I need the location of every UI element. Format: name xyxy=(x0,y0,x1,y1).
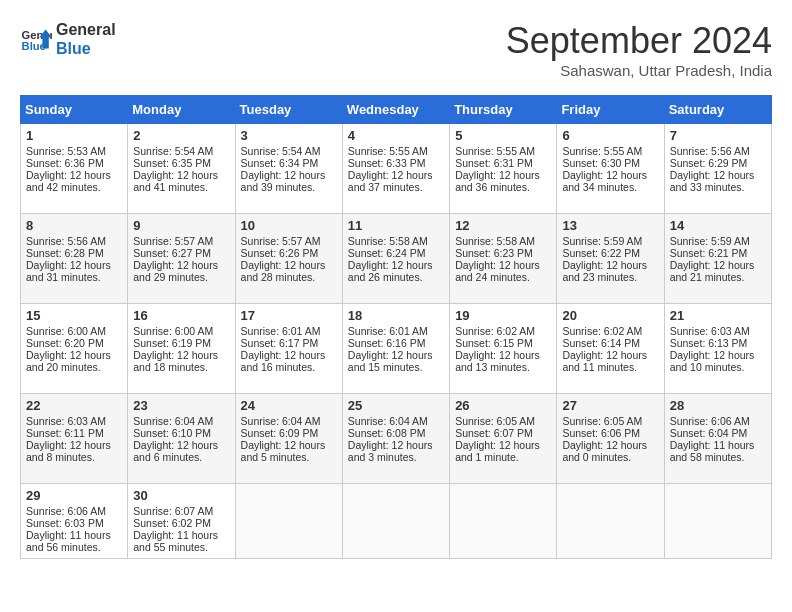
page-header: General Blue General Blue September 2024… xyxy=(20,20,772,79)
calendar-cell: 6 Sunrise: 5:55 AM Sunset: 6:30 PM Dayli… xyxy=(557,124,664,214)
calendar-cell: 18 Sunrise: 6:01 AM Sunset: 6:16 PM Dayl… xyxy=(342,304,449,394)
daylight-text: Daylight: 12 hours and 5 minutes. xyxy=(241,439,326,463)
calendar-header-row: SundayMondayTuesdayWednesdayThursdayFrid… xyxy=(21,96,772,124)
daylight-text: Daylight: 12 hours and 33 minutes. xyxy=(670,169,755,193)
sunset-text: Sunset: 6:02 PM xyxy=(133,517,211,529)
day-number: 20 xyxy=(562,308,658,323)
sunrise-text: Sunrise: 5:54 AM xyxy=(133,145,213,157)
calendar-cell: 30 Sunrise: 6:07 AM Sunset: 6:02 PM Dayl… xyxy=(128,484,235,559)
calendar-cell xyxy=(342,484,449,559)
sunset-text: Sunset: 6:24 PM xyxy=(348,247,426,259)
svg-text:Blue: Blue xyxy=(22,40,46,52)
sunrise-text: Sunrise: 5:55 AM xyxy=(348,145,428,157)
calendar-table: SundayMondayTuesdayWednesdayThursdayFrid… xyxy=(20,95,772,559)
sunset-text: Sunset: 6:04 PM xyxy=(670,427,748,439)
sunset-text: Sunset: 6:30 PM xyxy=(562,157,640,169)
sunset-text: Sunset: 6:07 PM xyxy=(455,427,533,439)
sunset-text: Sunset: 6:33 PM xyxy=(348,157,426,169)
day-number: 3 xyxy=(241,128,337,143)
sunrise-text: Sunrise: 5:57 AM xyxy=(133,235,213,247)
calendar-cell: 20 Sunrise: 6:02 AM Sunset: 6:14 PM Dayl… xyxy=(557,304,664,394)
daylight-text: Daylight: 12 hours and 29 minutes. xyxy=(133,259,218,283)
calendar-cell: 27 Sunrise: 6:05 AM Sunset: 6:06 PM Dayl… xyxy=(557,394,664,484)
location: Sahaswan, Uttar Pradesh, India xyxy=(506,62,772,79)
day-header-wednesday: Wednesday xyxy=(342,96,449,124)
daylight-text: Daylight: 12 hours and 24 minutes. xyxy=(455,259,540,283)
day-number: 21 xyxy=(670,308,766,323)
calendar-cell: 4 Sunrise: 5:55 AM Sunset: 6:33 PM Dayli… xyxy=(342,124,449,214)
calendar-cell: 24 Sunrise: 6:04 AM Sunset: 6:09 PM Dayl… xyxy=(235,394,342,484)
day-number: 28 xyxy=(670,398,766,413)
calendar-cell: 13 Sunrise: 5:59 AM Sunset: 6:22 PM Dayl… xyxy=(557,214,664,304)
sunset-text: Sunset: 6:16 PM xyxy=(348,337,426,349)
day-header-monday: Monday xyxy=(128,96,235,124)
day-number: 24 xyxy=(241,398,337,413)
day-number: 7 xyxy=(670,128,766,143)
day-number: 18 xyxy=(348,308,444,323)
sunrise-text: Sunrise: 5:56 AM xyxy=(670,145,750,157)
calendar-cell: 23 Sunrise: 6:04 AM Sunset: 6:10 PM Dayl… xyxy=(128,394,235,484)
sunrise-text: Sunrise: 6:04 AM xyxy=(133,415,213,427)
sunset-text: Sunset: 6:22 PM xyxy=(562,247,640,259)
daylight-text: Daylight: 12 hours and 18 minutes. xyxy=(133,349,218,373)
daylight-text: Daylight: 12 hours and 34 minutes. xyxy=(562,169,647,193)
daylight-text: Daylight: 12 hours and 21 minutes. xyxy=(670,259,755,283)
daylight-text: Daylight: 12 hours and 16 minutes. xyxy=(241,349,326,373)
daylight-text: Daylight: 12 hours and 23 minutes. xyxy=(562,259,647,283)
daylight-text: Daylight: 12 hours and 8 minutes. xyxy=(26,439,111,463)
title-block: September 2024 Sahaswan, Uttar Pradesh, … xyxy=(506,20,772,79)
logo-text: General Blue xyxy=(56,20,116,58)
daylight-text: Daylight: 12 hours and 3 minutes. xyxy=(348,439,433,463)
daylight-text: Daylight: 12 hours and 1 minute. xyxy=(455,439,540,463)
sunrise-text: Sunrise: 5:59 AM xyxy=(562,235,642,247)
calendar-week-row: 1 Sunrise: 5:53 AM Sunset: 6:36 PM Dayli… xyxy=(21,124,772,214)
sunset-text: Sunset: 6:31 PM xyxy=(455,157,533,169)
day-number: 25 xyxy=(348,398,444,413)
calendar-cell: 11 Sunrise: 5:58 AM Sunset: 6:24 PM Dayl… xyxy=(342,214,449,304)
calendar-cell: 7 Sunrise: 5:56 AM Sunset: 6:29 PM Dayli… xyxy=(664,124,771,214)
sunrise-text: Sunrise: 5:56 AM xyxy=(26,235,106,247)
day-header-friday: Friday xyxy=(557,96,664,124)
calendar-cell: 8 Sunrise: 5:56 AM Sunset: 6:28 PM Dayli… xyxy=(21,214,128,304)
calendar-cell xyxy=(664,484,771,559)
day-number: 17 xyxy=(241,308,337,323)
day-number: 19 xyxy=(455,308,551,323)
daylight-text: Daylight: 12 hours and 31 minutes. xyxy=(26,259,111,283)
sunset-text: Sunset: 6:14 PM xyxy=(562,337,640,349)
sunrise-text: Sunrise: 5:54 AM xyxy=(241,145,321,157)
calendar-cell: 28 Sunrise: 6:06 AM Sunset: 6:04 PM Dayl… xyxy=(664,394,771,484)
calendar-cell: 22 Sunrise: 6:03 AM Sunset: 6:11 PM Dayl… xyxy=(21,394,128,484)
sunrise-text: Sunrise: 5:57 AM xyxy=(241,235,321,247)
daylight-text: Daylight: 12 hours and 15 minutes. xyxy=(348,349,433,373)
sunset-text: Sunset: 6:27 PM xyxy=(133,247,211,259)
sunset-text: Sunset: 6:08 PM xyxy=(348,427,426,439)
day-header-thursday: Thursday xyxy=(450,96,557,124)
sunset-text: Sunset: 6:36 PM xyxy=(26,157,104,169)
sunset-text: Sunset: 6:28 PM xyxy=(26,247,104,259)
calendar-cell: 19 Sunrise: 6:02 AM Sunset: 6:15 PM Dayl… xyxy=(450,304,557,394)
day-number: 11 xyxy=(348,218,444,233)
day-header-saturday: Saturday xyxy=(664,96,771,124)
daylight-text: Daylight: 12 hours and 36 minutes. xyxy=(455,169,540,193)
daylight-text: Daylight: 12 hours and 42 minutes. xyxy=(26,169,111,193)
logo: General Blue General Blue xyxy=(20,20,116,58)
calendar-cell: 25 Sunrise: 6:04 AM Sunset: 6:08 PM Dayl… xyxy=(342,394,449,484)
daylight-text: Daylight: 12 hours and 26 minutes. xyxy=(348,259,433,283)
day-number: 30 xyxy=(133,488,229,503)
day-number: 4 xyxy=(348,128,444,143)
sunset-text: Sunset: 6:13 PM xyxy=(670,337,748,349)
sunset-text: Sunset: 6:09 PM xyxy=(241,427,319,439)
day-number: 13 xyxy=(562,218,658,233)
daylight-text: Daylight: 12 hours and 37 minutes. xyxy=(348,169,433,193)
sunset-text: Sunset: 6:06 PM xyxy=(562,427,640,439)
sunrise-text: Sunrise: 6:02 AM xyxy=(562,325,642,337)
sunset-text: Sunset: 6:03 PM xyxy=(26,517,104,529)
calendar-cell: 29 Sunrise: 6:06 AM Sunset: 6:03 PM Dayl… xyxy=(21,484,128,559)
sunrise-text: Sunrise: 6:05 AM xyxy=(455,415,535,427)
day-number: 2 xyxy=(133,128,229,143)
daylight-text: Daylight: 12 hours and 28 minutes. xyxy=(241,259,326,283)
sunrise-text: Sunrise: 5:58 AM xyxy=(348,235,428,247)
daylight-text: Daylight: 11 hours and 55 minutes. xyxy=(133,529,218,553)
sunrise-text: Sunrise: 5:55 AM xyxy=(562,145,642,157)
sunrise-text: Sunrise: 6:04 AM xyxy=(241,415,321,427)
